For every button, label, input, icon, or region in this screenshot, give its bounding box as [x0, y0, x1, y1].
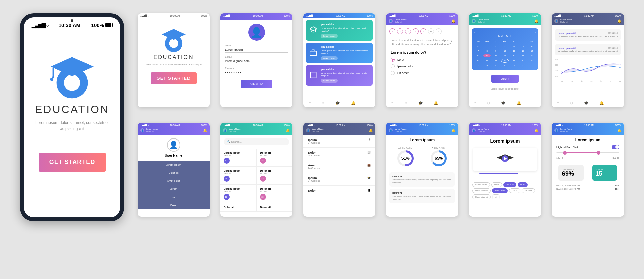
- calendar-button[interactable]: Lorem: [491, 75, 519, 83]
- bottom-nav[interactable]: ≡⚙🎓🔔⋯: [303, 99, 375, 107]
- category-card[interactable]: Ipsum dolorLorem ipsum dolor sit amet, s…: [306, 20, 373, 41]
- screen-courses: ▁▃▅▇ ⌵10:30 AM100% 👤Lorem NameDolor sit🔔…: [303, 123, 375, 217]
- tag-pill[interactable]: Dolor sit: [503, 182, 516, 187]
- day-pill[interactable]: 4: [413, 28, 419, 34]
- svg-marker-1: [51, 57, 94, 76]
- atom-icon: ⚛: [368, 138, 371, 144]
- tag-pill[interactable]: Dolor: [491, 182, 502, 187]
- menu-item[interactable]: Amet dolor: [138, 177, 210, 185]
- get-started-button[interactable]: GET STARTED: [151, 72, 197, 84]
- news-icon: 📰: [367, 151, 371, 157]
- question-title: Lorem ipsum dolor?: [391, 50, 453, 54]
- grad-icon: 🎓: [335, 101, 340, 105]
- svg-marker-4: [162, 29, 186, 40]
- screen-profile: ▁▃▅▇ ⌵10:30 AM100% 👤Lorem NameDolor sit🔔…: [138, 123, 210, 217]
- avatar: 👤: [389, 19, 393, 23]
- archive-icon: 🗄: [368, 189, 371, 192]
- grad-cap-icon: [309, 25, 318, 35]
- day-pill[interactable]: 5: [420, 28, 426, 34]
- note-card[interactable]: Lorem ipsum 0102/06/2019Lorem ipsum dolo…: [555, 29, 621, 40]
- email-field[interactable]: lorem@gmail.com: [225, 58, 288, 64]
- day-pill[interactable]: 1: [389, 28, 395, 34]
- course-row[interactable]: Dolor🗄: [303, 186, 375, 196]
- tag-pill[interactable]: Lorem ipsum: [472, 182, 490, 187]
- day-pill[interactable]: 3: [405, 28, 411, 34]
- screen-dashboard: ▁▃▅▇ ⌵10:30 AM100% 👤Lorem NameDolor sit🔔…: [552, 13, 624, 107]
- signal-icon: ▁▃▅▇ ⌵: [32, 22, 48, 28]
- bell-icon[interactable]: 🔔: [451, 19, 455, 23]
- clock: 10:30 AM: [59, 22, 80, 28]
- screen-video: ▁▃▅▇ ⌵10:30 AM100% 👤Lorem NameDolor sit🔔…: [469, 123, 541, 217]
- svg-rect-7: [310, 72, 316, 78]
- info-card: Ipsum #1Lorem ipsum dolor sit amet, cons…: [389, 172, 455, 187]
- menu-item[interactable]: Dolor sit: [138, 169, 210, 177]
- tag-pill[interactable]: Ipsum dolor: [492, 188, 508, 193]
- screen-onboarding: ▁▃▅▇ ⌵10:30 AM100% EDUCATION Lorem ipsum…: [138, 13, 210, 107]
- accuracy-donut: ACCURACY65%: [431, 147, 447, 168]
- status-bar: ▁▃▅▇ ⌵ 10:30 AM 100%: [24, 17, 120, 33]
- sort-toggle[interactable]: [612, 145, 619, 149]
- screen-signup: ▁▃▅▇ ⌵10:30 AM100% 👤 NameLorem Ipsum E-m…: [220, 13, 292, 107]
- app-title: EDUCATION: [138, 54, 210, 60]
- menu-item[interactable]: Lorem ipsum: [138, 161, 210, 169]
- bell-icon: 🔔: [351, 101, 356, 105]
- screen-search: ▁▃▅▇ ⌵10:30 AM100% 👤Lorem NameDolor sit🔔…: [220, 123, 292, 217]
- calendar-widget[interactable]: ‹› MARCH SUMOTUWETHFRSA 30123456 7891011…: [472, 28, 538, 70]
- radio-option[interactable]: Ipsum dolor: [391, 64, 453, 68]
- course-row[interactable]: Dolor24 Courses📰: [303, 148, 375, 160]
- svg-point-2: [50, 78, 53, 81]
- app-logo: [45, 46, 99, 100]
- category-card[interactable]: Ipsum dolorLorem ipsum dolor sit amet, s…: [306, 43, 373, 63]
- menu-item[interactable]: Ipsum: [138, 193, 210, 201]
- line-chart: 400300200100 sumotuwethfrsa: [555, 59, 621, 82]
- briefcase-icon: 💼: [367, 164, 371, 169]
- briefcase-icon: [309, 48, 318, 57]
- course-row[interactable]: Amet24 Courses💼: [303, 160, 375, 173]
- signup-button[interactable]: SIGN UP: [241, 80, 272, 88]
- category-card[interactable]: Ipsum dolorLorem ipsum dolor sit amet, s…: [306, 65, 373, 86]
- avatar-placeholder: 👤: [248, 24, 265, 41]
- day-pill[interactable]: 7: [436, 28, 442, 34]
- tag-pill[interactable]: Dolor sit amet: [472, 188, 491, 193]
- tag-pill[interactable]: sit: [492, 194, 500, 199]
- day-pill[interactable]: 2: [397, 28, 403, 34]
- gear-icon: ⚙: [321, 101, 325, 105]
- grad-cap-icon: 🎓: [367, 176, 371, 182]
- tag-pill[interactable]: Dolor sit amet: [472, 194, 491, 199]
- svg-marker-5: [310, 27, 317, 31]
- info-card: Ipsum #1Lorem ipsum dolor sit amet, cons…: [389, 189, 455, 203]
- tag-pill[interactable]: Sit amet: [522, 188, 535, 193]
- course-row[interactable]: Ipsum24 Courses🎓: [303, 173, 375, 186]
- menu-item[interactable]: Lorem: [138, 185, 210, 193]
- bottom-nav[interactable]: ≡⚙🎓🔔⋯: [386, 99, 458, 107]
- radio-option[interactable]: Sit amet: [391, 71, 453, 75]
- course-row[interactable]: Ipsum24 Courses⚛: [303, 135, 375, 148]
- more-icon: ⋯: [366, 101, 370, 105]
- menu-item[interactable]: Dolor: [138, 201, 210, 209]
- screen-accuracy: ▁▃▅▇ ⌵10:30 AM100% 👤Lorem NameDolor sit🔔…: [386, 123, 458, 217]
- screen-categories: ▁▃▅▇ ⌵10:30 AM100% Ipsum dolorLorem ipsu…: [303, 13, 375, 107]
- tagline: Lorem ipsum dolor sit amet, consectetuer…: [34, 120, 110, 132]
- video-player[interactable]: [473, 148, 537, 171]
- battery-icon: 100%: [91, 22, 113, 28]
- book-icon: [309, 70, 318, 80]
- tag-pill[interactable]: Dolor: [518, 182, 528, 187]
- phone-mockup: ▁▃▅▇ ⌵ 10:30 AM 100% EDUCATION Lorem ips…: [20, 13, 124, 221]
- screen-filter: ▁▃▅▇ ⌵10:30 AM100% 👤Lorem NameDolor sit🔔…: [552, 123, 624, 217]
- tag-pill[interactable]: Dolor: [509, 188, 520, 193]
- search-input[interactable]: 🔍 Search...: [224, 138, 289, 145]
- bell-icon[interactable]: 🔔: [534, 19, 538, 23]
- user-name: User Name: [138, 154, 210, 157]
- screen-calendar: ▁▃▅▇ ⌵10:30 AM100% 👤Lorem NameDolor sit🔔…: [469, 13, 541, 107]
- password-field[interactable]: • • • • • • • • •: [225, 70, 288, 75]
- note-card[interactable]: Lorem ipsum 0102/06/2019Lorem ipsum dolo…: [555, 44, 621, 55]
- app-title: EDUCATION: [24, 103, 120, 116]
- price-slider[interactable]: [556, 152, 619, 153]
- day-pill[interactable]: 6: [428, 28, 434, 34]
- nav-icon: ≡: [309, 101, 311, 105]
- radio-option[interactable]: Lorem: [391, 58, 453, 62]
- accuracy-donut: ACCURACY51%: [397, 147, 414, 168]
- svg-rect-6: [310, 51, 317, 56]
- name-field[interactable]: Lorem Ipsum: [225, 47, 288, 53]
- get-started-button[interactable]: GET STARTED: [39, 153, 106, 172]
